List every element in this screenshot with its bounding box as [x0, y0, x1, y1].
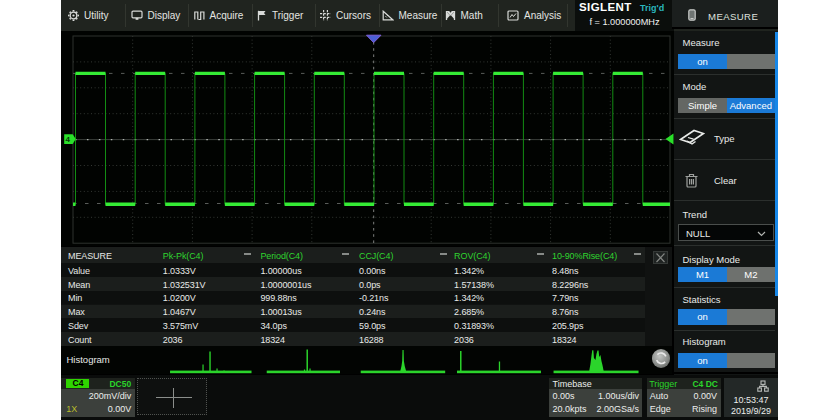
svg-text:4: 4 — [66, 135, 71, 144]
